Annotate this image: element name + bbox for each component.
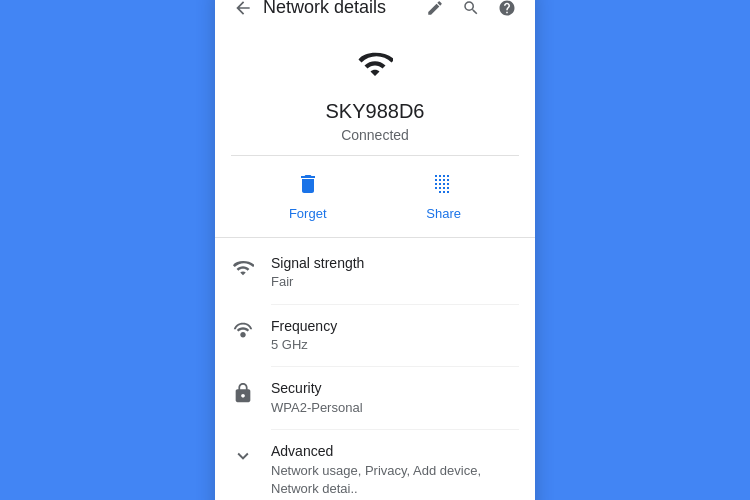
advanced-value: Network usage, Privacy, Add device, Netw… — [271, 462, 519, 498]
security-text: Security WPA2-Personal — [271, 379, 363, 417]
signal-text: Signal strength Fair — [271, 254, 364, 292]
header-actions — [423, 0, 519, 20]
forget-button[interactable]: Forget — [289, 172, 327, 221]
lock-icon — [231, 381, 255, 405]
network-name: SKY988D6 — [326, 100, 425, 123]
frequency-icon — [231, 319, 255, 343]
wifi-signal-icon — [231, 256, 255, 280]
security-label: Security — [271, 379, 363, 399]
frequency-label: Frequency — [271, 317, 337, 337]
detail-security: Security WPA2-Personal — [215, 367, 535, 429]
advanced-label: Advanced — [271, 442, 519, 462]
page-title: Network details — [263, 0, 415, 18]
network-details-card: Network details — [215, 0, 535, 500]
share-icon — [432, 172, 456, 202]
advanced-text: Advanced Network usage, Privacy, Add dev… — [271, 442, 519, 498]
frequency-text: Frequency 5 GHz — [271, 317, 337, 355]
forget-label: Forget — [289, 206, 327, 221]
detail-frequency: Frequency 5 GHz — [215, 305, 535, 367]
signal-label: Signal strength — [271, 254, 364, 274]
wifi-icon-large — [357, 46, 393, 90]
help-icon[interactable] — [495, 0, 519, 20]
header: Network details — [215, 0, 535, 30]
detail-signal: Signal strength Fair — [215, 242, 535, 304]
action-row: Forget Share — [215, 156, 535, 238]
details-list: Signal strength Fair Frequency 5 GHz — [215, 238, 535, 500]
forget-icon — [296, 172, 320, 202]
share-button[interactable]: Share — [426, 172, 461, 221]
network-info: SKY988D6 Connected — [215, 30, 535, 155]
network-status: Connected — [341, 127, 409, 143]
search-icon[interactable] — [459, 0, 483, 20]
frequency-value: 5 GHz — [271, 336, 337, 354]
share-label: Share — [426, 206, 461, 221]
detail-advanced[interactable]: Advanced Network usage, Privacy, Add dev… — [215, 430, 535, 500]
security-value: WPA2-Personal — [271, 399, 363, 417]
chevron-down-icon — [231, 444, 255, 468]
edit-icon[interactable] — [423, 0, 447, 20]
back-button[interactable] — [231, 0, 255, 20]
signal-value: Fair — [271, 273, 364, 291]
